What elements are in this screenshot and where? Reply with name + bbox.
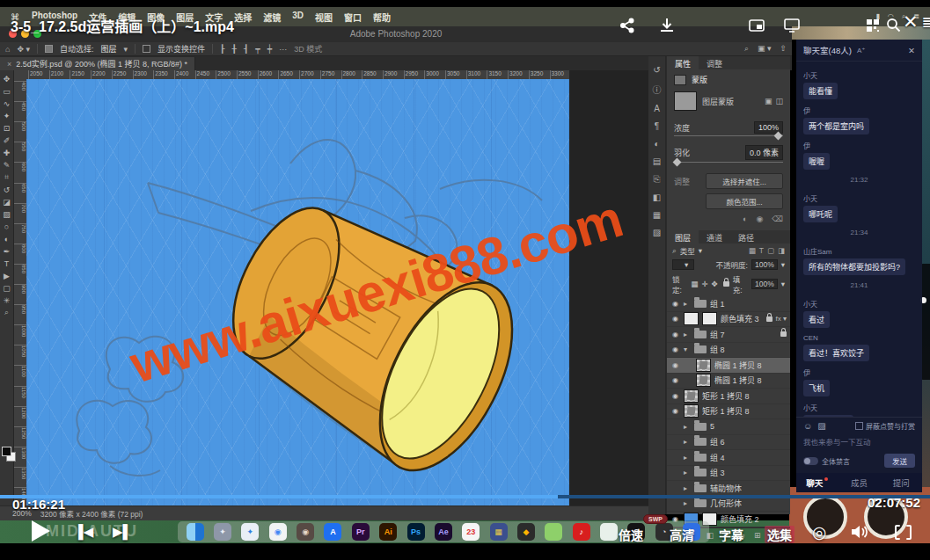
show-transform-checkbox[interactable] bbox=[143, 45, 150, 53]
layer-row[interactable]: ◉矩形 1 拷贝 8 bbox=[667, 389, 790, 404]
chat-close-icon[interactable]: ✕ bbox=[908, 46, 915, 55]
layer-mask-thumbnail[interactable] bbox=[702, 312, 717, 325]
lasso-tool[interactable]: ∿ bbox=[1, 98, 13, 109]
color-panel-icon[interactable]: ◧ bbox=[653, 193, 661, 202]
filter-smart-icon[interactable]: ◨ bbox=[778, 246, 785, 255]
align-center-icon[interactable]: ╂ bbox=[232, 45, 237, 54]
layer-thumbnail[interactable] bbox=[684, 404, 699, 418]
quality-button[interactable]: 高清 bbox=[670, 526, 694, 543]
filter-type-icon[interactable]: T bbox=[759, 246, 764, 255]
layer-expander-icon[interactable]: ▸ bbox=[684, 499, 691, 507]
mac-menu-item[interactable]: 选择 bbox=[234, 11, 252, 24]
libraries-panel-icon[interactable]: ▤ bbox=[653, 156, 661, 166]
download-icon[interactable] bbox=[658, 17, 676, 34]
add-mask-icon[interactable]: ▣ bbox=[765, 97, 773, 105]
dock-icon-app-store[interactable]: A bbox=[324, 523, 341, 541]
type-tool[interactable]: T bbox=[1, 258, 13, 269]
prev-episode-button[interactable]: ▐◀ bbox=[74, 524, 93, 540]
mute-all-toggle[interactable] bbox=[803, 457, 818, 465]
image-icon[interactable]: ▨ bbox=[817, 421, 825, 431]
paragraph-panel-icon[interactable]: ¶ bbox=[655, 121, 659, 131]
layer-visibility-icon[interactable]: ◉ bbox=[670, 407, 680, 415]
layer-visibility-icon[interactable]: ◉ bbox=[670, 300, 680, 308]
chat-tab-聊天[interactable]: 聊天 bbox=[796, 476, 838, 489]
mac-menu-item[interactable]: 窗口 bbox=[344, 11, 362, 24]
emoji-icon[interactable]: ☺ bbox=[803, 421, 812, 431]
next-episode-button[interactable]: ▶▌ bbox=[113, 524, 132, 540]
episodes-button[interactable]: 选集 bbox=[765, 526, 795, 543]
feather-value[interactable]: 0.0 像素 bbox=[745, 145, 783, 160]
chat-message-bubble[interactable]: 飞机 bbox=[803, 380, 830, 396]
distribute-icon[interactable]: ┯ bbox=[255, 45, 260, 54]
shape-tool[interactable]: ▢ bbox=[1, 282, 13, 294]
dock-icon-photoshop[interactable]: Ps bbox=[407, 523, 425, 541]
send-button[interactable]: 发送 bbox=[884, 454, 915, 468]
lock-all-icon[interactable] bbox=[723, 281, 729, 287]
tab-paths[interactable]: 路径 bbox=[730, 230, 762, 244]
dock-icon-sketch[interactable]: ◆ bbox=[517, 523, 535, 541]
marquee-tool[interactable]: ▭ bbox=[1, 85, 13, 97]
mac-menu-item[interactable]: 滤镜 bbox=[263, 11, 281, 24]
healing-tool[interactable]: ✚ bbox=[1, 147, 13, 158]
speed-button[interactable]: 倍速 bbox=[619, 526, 643, 543]
font-size-icon[interactable]: A⁺ bbox=[857, 47, 866, 55]
foreground-color-swatch[interactable] bbox=[2, 447, 11, 456]
path-select-tool[interactable]: ▶ bbox=[1, 270, 13, 281]
history-brush-tool[interactable]: ↺ bbox=[1, 184, 13, 195]
mac-menu-item[interactable]: 帮助 bbox=[373, 11, 391, 24]
search-icon[interactable] bbox=[886, 18, 901, 33]
volume-icon[interactable] bbox=[850, 524, 869, 540]
invert-icon[interactable]: ◐ bbox=[743, 215, 747, 223]
history-panel-icon[interactable]: ↺ bbox=[653, 65, 660, 75]
dock-icon-mosaic-app[interactable]: ▦ bbox=[490, 523, 508, 541]
pip-icon[interactable] bbox=[749, 19, 765, 32]
layer-fx-badge[interactable]: fx ▾ bbox=[776, 315, 787, 323]
layer-visibility-icon[interactable]: ◉ bbox=[670, 345, 680, 353]
lock-transparent-icon[interactable]: ▦ bbox=[691, 280, 698, 288]
dock-icon-netease-music[interactable]: ♪ bbox=[573, 523, 590, 541]
layer-expander-icon[interactable]: ▸ bbox=[684, 300, 691, 308]
layer-row[interactable]: ▸辅助物体 bbox=[667, 481, 790, 497]
layer-visibility-icon[interactable]: ◉ bbox=[670, 315, 680, 323]
filter-pixel-icon[interactable]: ▦ bbox=[749, 246, 756, 255]
dock-icon-photo-booth[interactable]: ◉ bbox=[297, 523, 314, 541]
chat-message-bubble[interactable]: 能看懂 bbox=[803, 83, 838, 99]
chat-message-bubble[interactable]: 看过 bbox=[803, 311, 830, 328]
layer-row[interactable]: ▸组 4 bbox=[667, 450, 790, 466]
mac-menu-item[interactable]: 3D bbox=[292, 11, 304, 24]
share-icon[interactable] bbox=[619, 18, 635, 33]
brush-tool[interactable]: ✎ bbox=[1, 159, 13, 171]
vector-mask-icon[interactable]: ◫ bbox=[775, 97, 783, 105]
layer-expander-icon[interactable]: ▸ bbox=[684, 484, 691, 492]
ps-share-icon[interactable]: ⇧ bbox=[780, 44, 787, 54]
distribute-v-icon[interactable]: ┿ bbox=[267, 45, 272, 54]
layer-expander-icon[interactable]: ▸ bbox=[684, 469, 691, 476]
clone-stamp-tool[interactable]: ⌗ bbox=[1, 171, 13, 183]
opacity-value[interactable]: 100% bbox=[751, 259, 778, 270]
subtitle-button[interactable]: 字幕 bbox=[719, 526, 743, 543]
layer-expander-icon[interactable]: ▸ bbox=[684, 331, 691, 338]
move-tool[interactable]: ✥ bbox=[1, 73, 13, 84]
apply-mask-icon[interactable]: ◉ bbox=[756, 215, 763, 223]
align-left-icon[interactable]: ┠ bbox=[220, 45, 224, 54]
display-icon[interactable] bbox=[784, 18, 800, 33]
layer-row[interactable]: ▸几何形体 bbox=[667, 497, 790, 513]
layer-row[interactable]: ◉椭圆 1 拷贝 8 bbox=[667, 358, 790, 374]
layer-row[interactable]: ▸组 3 bbox=[667, 466, 790, 482]
layer-visibility-icon[interactable]: ◉ bbox=[670, 331, 680, 338]
tab-layers[interactable]: 图层 bbox=[667, 230, 699, 244]
chat-message-bubble[interactable]: 哪吒呢 bbox=[803, 206, 838, 222]
chat-message-bubble[interactable]: 喔喔 bbox=[803, 153, 830, 170]
layer-expander-icon[interactable]: ▸ bbox=[684, 438, 691, 446]
auto-select-value[interactable]: 图层 bbox=[101, 43, 117, 55]
chat-input[interactable]: 我也来参与一下互动 bbox=[796, 434, 922, 454]
layer-expander-icon[interactable]: ▾ bbox=[684, 345, 691, 353]
layer-row[interactable]: ▸组 6 bbox=[667, 435, 790, 451]
chat-tab-提问[interactable]: 提问 bbox=[880, 476, 922, 489]
magic-wand-tool[interactable]: ✦ bbox=[1, 110, 13, 121]
layer-row[interactable]: ▸5 bbox=[667, 419, 790, 435]
lock-pixels-icon[interactable]: ✛ bbox=[701, 280, 707, 288]
color-range-button[interactable]: 颜色范围... bbox=[706, 193, 783, 209]
dock-icon-green-app[interactable] bbox=[545, 523, 562, 541]
layer-thumbnail[interactable] bbox=[696, 359, 711, 372]
